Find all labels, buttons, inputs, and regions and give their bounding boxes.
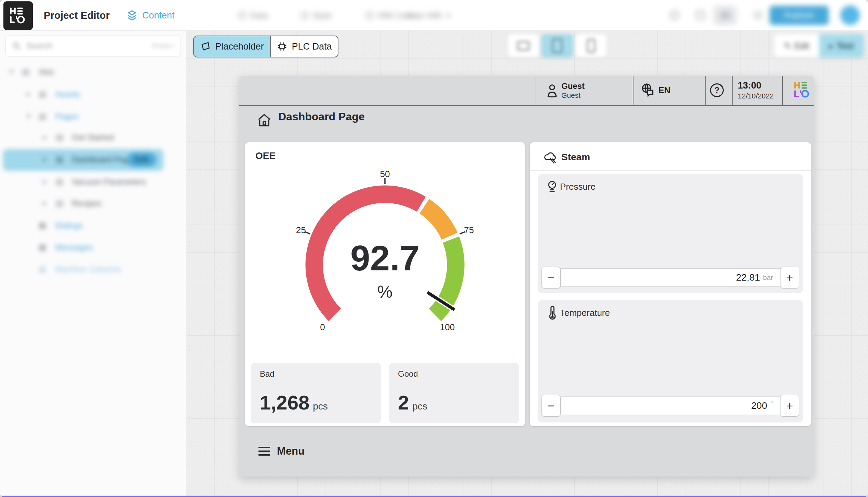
gauge-value: 92.7 xyxy=(350,238,419,278)
helio-logo-dark[interactable] xyxy=(3,1,33,30)
layers-icon xyxy=(126,9,138,22)
page-icon: ▤ xyxy=(56,177,64,186)
help-icon[interactable]: ? xyxy=(710,83,724,97)
chip-icon xyxy=(277,41,288,52)
header-divider xyxy=(535,76,535,105)
search-input[interactable]: Search Press / xyxy=(5,35,181,56)
helio-logo-color xyxy=(794,80,811,100)
helio-logo-icon xyxy=(9,7,27,24)
user-role: Guest xyxy=(561,91,580,99)
users-icon xyxy=(366,12,373,19)
tab-data[interactable]: Data xyxy=(238,0,268,31)
pressure-decrement-button[interactable]: − xyxy=(542,267,561,288)
data-mode-switch: Placeholder PLC Data xyxy=(193,36,338,57)
tree-item-dialogs[interactable]: ▦ Dialogs xyxy=(0,215,186,237)
folder-icon: ▤ xyxy=(22,67,30,77)
window-icon xyxy=(720,11,730,20)
phone-icon xyxy=(587,39,595,53)
caret-down-icon[interactable]: ▾ xyxy=(10,67,13,76)
device-desktop-button[interactable] xyxy=(508,34,539,57)
temperature-card: Temperature − 200 ° + xyxy=(538,300,803,422)
share-icon[interactable] xyxy=(696,11,705,19)
caret-right-icon[interactable]: ▸ xyxy=(43,155,47,164)
publish-button[interactable]: Publish xyxy=(770,6,829,25)
search-shortcut-hint: Press / xyxy=(152,42,174,50)
oee-panel: OEE 0255075100 92.7 % Bad 1,268 pcs Good… xyxy=(245,142,525,426)
caret-down-icon[interactable]: ▾ xyxy=(27,112,30,121)
folder-icon: ▤ xyxy=(39,89,46,99)
pressure-input[interactable]: 22.81 bar xyxy=(552,268,789,287)
pressure-value: 22.81 xyxy=(736,272,760,283)
page-icon: ▤ xyxy=(56,198,64,208)
history-icon[interactable] xyxy=(670,11,679,19)
tab-placeholder[interactable]: Placeholder xyxy=(194,36,271,57)
machine-columns-icon: ▦ xyxy=(39,264,46,274)
hmi-canvas: Guest Guest EN ? 13:00 12/10/2022 xyxy=(239,76,814,476)
bad-label: Bad xyxy=(260,369,275,379)
dialogs-icon: ▦ xyxy=(39,220,46,230)
tree-item-root[interactable]: ▾ ▤ Hmi xyxy=(0,62,186,83)
zoom-icon[interactable] xyxy=(754,11,762,19)
search-icon xyxy=(12,41,21,50)
gauge-unit: % xyxy=(377,282,392,301)
hmi-menu-button[interactable]: Menu xyxy=(258,445,305,457)
avatar[interactable] xyxy=(840,5,860,25)
device-tablet-button[interactable] xyxy=(542,34,573,57)
project-tree-sidebar: Search Press / ▾ ▤ Hmi ▸ ▤ Assets ▾ ▤ Pa… xyxy=(0,31,186,497)
search-placeholder: Search xyxy=(26,41,147,51)
user-name[interactable]: Guest xyxy=(561,81,585,91)
tree-item-machine-columns[interactable]: ▦ Machine Columns xyxy=(0,259,186,281)
tab-style[interactable]: Style xyxy=(301,0,332,31)
caret-right-icon[interactable]: ▸ xyxy=(27,90,30,98)
tab-plc-data[interactable]: PLC Data xyxy=(271,36,338,57)
tree-item-dashboard-page-selected[interactable]: ▸ ▤ Dashboard Page Edit xyxy=(0,149,186,171)
app-title: Project Editor xyxy=(44,0,110,31)
tree-item-assets[interactable]: ▸ ▤ Assets xyxy=(0,84,186,106)
header-divider xyxy=(705,76,706,105)
temperature-decrement-button[interactable]: − xyxy=(542,395,561,417)
chevron-down-icon: ▾ xyxy=(447,11,450,19)
test-mode-button[interactable]: ▸ Test xyxy=(819,34,864,57)
caret-right-icon[interactable]: ▸ xyxy=(43,133,47,142)
menu-label: Menu xyxy=(277,445,305,457)
clock-time: 13:00 xyxy=(738,80,761,91)
edit-mode-button[interactable]: ✎ Edit xyxy=(774,34,819,57)
page-icon: ▤ xyxy=(56,155,64,164)
caret-right-icon[interactable]: ▸ xyxy=(43,199,47,207)
steam-icon xyxy=(543,150,557,165)
device-phone-button[interactable] xyxy=(575,34,607,57)
tree-item-pages[interactable]: ▾ ▤ Pages xyxy=(0,106,186,128)
header-divider xyxy=(633,76,633,105)
header-divider xyxy=(782,76,783,105)
temperature-stepper: − 200 ° + xyxy=(542,395,799,417)
caret-right-icon[interactable]: ▸ xyxy=(43,177,47,186)
tree-item-messages[interactable]: ▦ Messages xyxy=(0,237,186,259)
preview-window-button[interactable] xyxy=(713,6,737,25)
good-label: Good xyxy=(398,369,418,379)
temperature-increment-button[interactable]: + xyxy=(780,395,799,417)
project-dropdown[interactable]: New HMI ▾ xyxy=(407,0,450,31)
tab-content[interactable]: Content xyxy=(126,0,175,31)
header-divider xyxy=(732,76,733,105)
good-value: 2 xyxy=(398,392,409,414)
top-bar: Project Editor Content Data Style HMI Us… xyxy=(0,0,868,31)
monitor-icon xyxy=(517,41,530,50)
temperature-input[interactable]: 200 ° xyxy=(552,397,789,415)
language-code[interactable]: EN xyxy=(658,85,670,95)
pressure-stepper: − 22.81 bar + xyxy=(542,267,799,288)
tree-item-vacuum-parameters[interactable]: ▸ ▤ Vacuum Parameters xyxy=(0,171,186,193)
home-icon xyxy=(257,112,271,129)
header-rule xyxy=(239,105,814,106)
pressure-label: Pressure xyxy=(560,182,596,192)
good-stat-card: Good 2 pcs xyxy=(389,363,519,423)
tree-item-get-started[interactable]: ▸ ▤ Get Started xyxy=(0,127,186,149)
page-title: Dashboard Page xyxy=(278,110,365,123)
svg-text:50: 50 xyxy=(380,169,390,179)
pressure-increment-button[interactable]: + xyxy=(780,267,799,288)
tree-item-recipes[interactable]: ▸ ▤ Recipes xyxy=(0,193,186,215)
oee-title: OEE xyxy=(255,150,276,161)
edit-test-switch: ✎ Edit ▸ Test xyxy=(774,34,864,57)
edit-badge[interactable]: Edit xyxy=(127,152,157,167)
svg-text:0: 0 xyxy=(320,322,325,332)
window-bottom-accent xyxy=(0,496,868,497)
